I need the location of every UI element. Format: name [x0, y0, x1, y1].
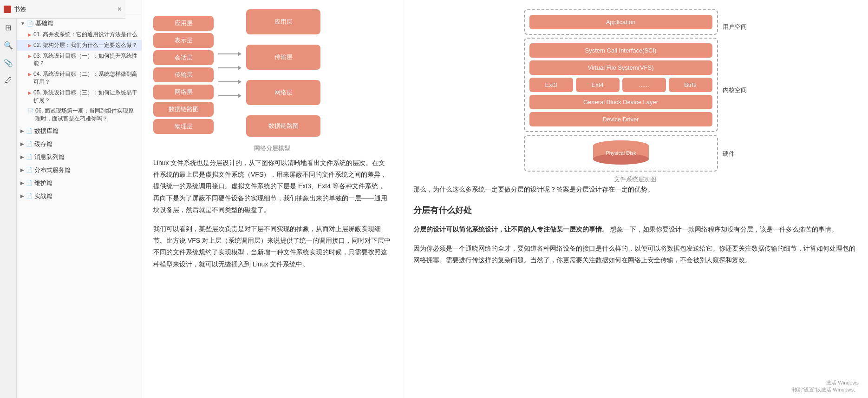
sidebar-item-01[interactable]: ▶ 01. 高并发系统：它的通用设计方法是什么 — [17, 29, 142, 40]
practice-label: 实战篇 — [34, 192, 52, 200]
app-title: 书签 — [17, 5, 26, 13]
section-practice-header[interactable]: ▶ 📄 实战篇 — [17, 190, 142, 202]
section-db: ▶ 📄 数据库篇 — [17, 125, 142, 137]
item-arrow-06: 📄 — [28, 108, 33, 114]
osi-layer-app: 应用层 — [153, 16, 214, 31]
osi-layer-session: 会话层 — [153, 50, 214, 65]
sidebar-item-05[interactable]: ▶ 05. 系统设计目标（三）：如何让系统易于扩展？ — [17, 87, 142, 106]
icon-bar: ☰ ⊞ 🔍 📎 🖊 — [0, 0, 17, 398]
fs-dots: ...... — [622, 78, 666, 92]
para3-bold: 分层的设计可以简化系统设计，让不同的人专注做某一层次的事情。 — [413, 226, 608, 233]
section-cache-header[interactable]: ▶ 📄 缓存篇 — [17, 138, 142, 150]
sidebar: 书签 × ☰ ⊕ 🏷 ★ ⚑ ▼ 📄 基础篇 ▶ 01. 高并发系统：它的通用设… — [17, 0, 142, 398]
cache-icon: 📄 — [26, 141, 33, 147]
fs-syscall: System Call Interface(SCI) — [529, 43, 712, 58]
section-cache: ▶ 📄 缓存篇 — [17, 138, 142, 150]
section-ops: ▶ 📄 维护篇 — [17, 177, 142, 189]
section-basics: ▼ 📄 基础篇 ▶ 01. 高并发系统：它的通用设计方法是什么 ▶ 02. 架构… — [17, 17, 142, 124]
item-arrow-05: ▶ — [28, 90, 32, 96]
nav-icon-5[interactable]: 🖊 — [2, 74, 14, 86]
network-model-diagram: 应用层 表示层 会话层 传输层 网络层 数据链路图 物理层 — [153, 9, 391, 153]
section-mq: ▶ 📄 消息队列篇 — [17, 151, 142, 163]
nav-icon-2[interactable]: ⊞ — [2, 21, 14, 33]
cache-arrow: ▶ — [20, 141, 24, 146]
db-arrow: ▶ — [20, 128, 24, 133]
sidebar-item-06[interactable]: 📄 06. 面试现场第一期：当同到组件实现原理时，面试官是在刁难你吗？ — [17, 106, 142, 124]
tcp-layer-network: 网络层 — [246, 80, 320, 105]
fs-driver: Device Driver — [529, 112, 712, 126]
hardware-label: 硬件 — [723, 140, 747, 168]
db-label: 数据库篇 — [34, 127, 59, 135]
sidebar-nav: ▼ 📄 基础篇 ▶ 01. 高并发系统：它的通用设计方法是什么 ▶ 02. 架构… — [17, 14, 142, 398]
osi-layer-network: 网络层 — [153, 85, 214, 100]
item-arrow-04: ▶ — [28, 71, 32, 78]
sidebar-item-02[interactable]: ▶ 02. 架构分层：我们为什么一定要这么做？ — [17, 40, 142, 51]
section-practice: ▶ 📄 实战篇 — [17, 190, 142, 202]
fs-ext4: Ext4 — [576, 78, 620, 92]
item-arrow-01: ▶ — [28, 32, 32, 38]
osi-layer-transport: 传输层 — [153, 67, 214, 82]
item-text-04: 04. 系统设计目标（二）：系统怎样做到高可用？ — [33, 70, 138, 86]
network-diagram-caption: 网络分层模型 — [153, 144, 391, 153]
filesystem-diagram: Application System Call Interface(SCI) V… — [524, 9, 747, 184]
fs-block: General Block Device Layer — [529, 95, 712, 109]
sidebar-item-03[interactable]: ▶ 03. 系统设计目标（一）：如何提升系统性能？ — [17, 51, 142, 69]
section-distributed-header[interactable]: ▶ 📄 分布式服务篇 — [17, 164, 142, 176]
ops-icon: 📄 — [26, 180, 33, 186]
section-mq-header[interactable]: ▶ 📄 消息队列篇 — [17, 151, 142, 163]
section-icon: 📄 — [27, 20, 33, 27]
distributed-icon: 📄 — [26, 167, 33, 173]
kernelspace-box: System Call Interface(SCI) Virtual File … — [524, 38, 718, 132]
fs-diagram-caption: 文件系统层次图 — [524, 175, 747, 184]
tcp-layer-datalink: 数据链路图 — [246, 115, 320, 137]
tcp-layer-app: 应用层 — [246, 9, 320, 34]
sidebar-item-04[interactable]: ▶ 04. 系统设计目标（二）：系统怎样做到高可用？ — [17, 69, 142, 87]
item-arrow-02: ▶ — [28, 42, 32, 49]
osi-layer-datalink: 数据链路图 — [153, 102, 214, 117]
mq-arrow: ▶ — [20, 154, 24, 159]
titlebar: 书签 × — [17, 0, 125, 19]
prose-content: Linux 文件系统也是分层设计的，从下图你可以清晰地看出文件系统的层次。在文件… — [153, 157, 391, 270]
mq-label: 消息队列篇 — [34, 153, 65, 161]
section-basics-header[interactable]: ▼ 📄 基础篇 — [17, 17, 142, 29]
item-arrow-03: ▶ — [28, 53, 32, 60]
fs-ext3: Ext3 — [529, 78, 573, 92]
para4: 因为你必须是一个通晓网络的全才，要知道各种网络设备的接口是什么样的，以便可以将数… — [413, 243, 857, 266]
item-text-03: 03. 系统设计目标（一）：如何提升系统性能？ — [33, 52, 138, 68]
db-icon: 📄 — [26, 128, 33, 134]
section-db-header[interactable]: ▶ 📄 数据库篇 — [17, 125, 142, 137]
distributed-label: 分布式服务篇 — [34, 166, 71, 174]
osi-layer-physical: 物理层 — [153, 119, 214, 134]
question-text: 那么，为什么这么多系统一定要做分层的设计呢？答案是分层设计存在一定的优势。 — [413, 184, 857, 195]
watermark-line1: 激活 Windows — [792, 379, 859, 386]
nav-icon-4[interactable]: 📎 — [2, 57, 14, 69]
left-panel: 应用层 表示层 会话层 传输层 网络层 数据链路图 物理层 — [142, 0, 402, 398]
kernelspace-label: 内核空间 — [723, 44, 747, 137]
fs-vfs: Virtual File System(VFS) — [529, 60, 712, 75]
section-ops-header[interactable]: ▶ 📄 维护篇 — [17, 177, 142, 189]
watermark-line2: 转到"设置"以激活 Windows。 — [792, 386, 859, 393]
item-text-05: 05. 系统设计目标（三）：如何让系统易于扩展？ — [33, 89, 138, 105]
para3-rest: 想象一下，如果你要设计一款网络程序却没有分层，该是一件多么痛苦的事情。 — [610, 226, 838, 233]
close-button[interactable]: × — [117, 5, 122, 13]
item-text-02: 02. 架构分层：我们为什么一定要这么做？ — [33, 41, 138, 49]
ops-label: 维护篇 — [34, 179, 52, 187]
cache-label: 缓存篇 — [34, 140, 52, 148]
section-title: 分层有什么好处 — [413, 203, 857, 218]
nav-icon-3[interactable]: 🔍 — [2, 39, 14, 51]
osi-layer-presentation: 表示层 — [153, 33, 214, 48]
para1: Linux 文件系统也是分层设计的，从下图你可以清晰地看出文件系统的层次。在文件… — [153, 157, 391, 216]
main-content: 应用层 表示层 会话层 传输层 网络层 数据链路图 物理层 — [142, 0, 868, 398]
section-label: 基础篇 — [35, 19, 53, 27]
svg-text:Physical Disk: Physical Disk — [606, 150, 636, 156]
item-text-01: 01. 高并发系统：它的通用设计方法是什么 — [33, 31, 138, 39]
ops-arrow: ▶ — [20, 180, 24, 186]
tcp-layer-transport: 传输层 — [246, 45, 320, 70]
mq-icon: 📄 — [26, 154, 33, 160]
windows-watermark: 激活 Windows 转到"设置"以激活 Windows。 — [792, 379, 859, 393]
fs-btrfs: Btrfs — [669, 78, 712, 92]
fs-application: Application — [529, 15, 712, 29]
para2: 我们可以看到，某些层次负责是对下层不同实现的抽象，从而对上层屏蔽实现细节。比方说… — [153, 223, 391, 270]
practice-arrow: ▶ — [20, 193, 24, 199]
para3: 分层的设计可以简化系统设计，让不同的人专注做某一层次的事情。 想象一下，如果你要… — [413, 224, 857, 235]
